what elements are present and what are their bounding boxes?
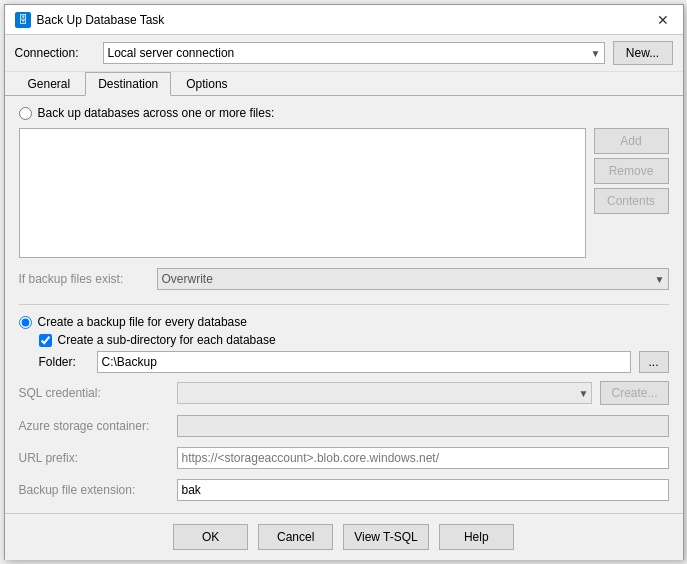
files-listbox[interactable] [19,128,586,258]
tab-options[interactable]: Options [173,72,240,96]
footer: OK Cancel View T-SQL Help [5,513,683,560]
url-prefix-input[interactable] [177,447,669,469]
files-buttons: Add Remove Contents [594,128,669,258]
folder-label: Folder: [39,355,89,369]
connection-label: Connection: [15,46,95,60]
view-tsql-button[interactable]: View T-SQL [343,524,429,550]
connection-select[interactable]: Local server connection [103,42,605,64]
title-bar-left: 🗄 Back Up Database Task [15,12,165,28]
folder-input[interactable] [97,351,631,373]
backup-extension-label: Backup file extension: [19,483,169,497]
sql-credential-label: SQL credential: [19,386,169,400]
files-area: Add Remove Contents [19,128,669,258]
backup-files-label: Back up databases across one or more fil… [38,106,275,120]
main-content: Back up databases across one or more fil… [5,96,683,513]
sql-credential-select-wrapper: ▼ [177,382,593,404]
browse-button[interactable]: ... [639,351,669,373]
contents-button[interactable]: Contents [594,188,669,214]
remove-button[interactable]: Remove [594,158,669,184]
backup-exist-label: If backup files exist: [19,272,149,286]
dialog-window: 🗄 Back Up Database Task ✕ Connection: Lo… [4,4,684,560]
subdir-checkbox-row: Create a sub-directory for each database [19,333,669,347]
dialog-title: Back Up Database Task [37,13,165,27]
create-subdir-checkbox[interactable] [39,334,52,347]
create-backup-label: Create a backup file for every database [38,315,247,329]
backup-files-radio[interactable] [19,107,32,120]
url-prefix-label: URL prefix: [19,451,169,465]
overwrite-select-wrapper: Overwrite ▼ [157,268,669,290]
azure-container-row: Azure storage container: [19,413,669,439]
app-icon: 🗄 [15,12,31,28]
backup-files-radio-row: Back up databases across one or more fil… [19,106,669,120]
url-prefix-row: URL prefix: [19,445,669,471]
new-connection-button[interactable]: New... [613,41,673,65]
create-backup-radio-row: Create a backup file for every database [19,315,669,329]
create-backup-radio[interactable] [19,316,32,329]
title-bar: 🗄 Back Up Database Task ✕ [5,5,683,35]
ok-button[interactable]: OK [173,524,248,550]
backup-extension-input[interactable] [177,479,669,501]
tab-general[interactable]: General [15,72,84,96]
folder-row: Folder: ... [19,351,669,373]
tab-destination[interactable]: Destination [85,72,171,96]
divider [19,304,669,305]
backup-extension-row: Backup file extension: [19,477,669,503]
add-button[interactable]: Add [594,128,669,154]
backup-exist-row: If backup files exist: Overwrite ▼ [19,264,669,294]
connection-select-wrapper: Local server connection ▼ [103,42,605,64]
tabs-bar: General Destination Options [5,72,683,96]
overwrite-select[interactable]: Overwrite [157,268,669,290]
cancel-button[interactable]: Cancel [258,524,333,550]
connection-row: Connection: Local server connection ▼ Ne… [5,35,683,72]
help-button[interactable]: Help [439,524,514,550]
close-button[interactable]: ✕ [653,10,673,30]
sql-credential-select[interactable] [177,382,593,404]
azure-container-input[interactable] [177,415,669,437]
create-credential-button[interactable]: Create... [600,381,668,405]
create-backup-section: Create a backup file for every database … [19,315,669,373]
azure-container-label: Azure storage container: [19,419,169,433]
sql-credential-row: SQL credential: ▼ Create... [19,379,669,407]
create-subdir-label: Create a sub-directory for each database [58,333,276,347]
